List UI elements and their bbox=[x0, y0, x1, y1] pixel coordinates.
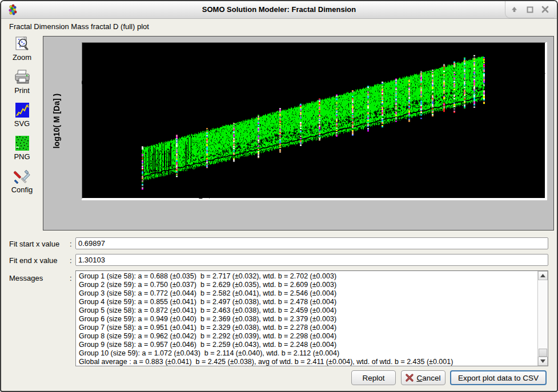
maximize-window-button[interactable] bbox=[525, 5, 534, 14]
svg-label: SVG bbox=[1, 119, 43, 128]
png-file-icon bbox=[14, 135, 31, 151]
fit-end-colon: : bbox=[70, 256, 72, 265]
fit-start-label: Fit start x value bbox=[9, 240, 59, 248]
export-csv-button[interactable]: Export plot data to CSV bbox=[450, 370, 547, 385]
replot-button[interactable]: Replot bbox=[351, 370, 396, 385]
replot-label: Replot bbox=[362, 374, 384, 382]
message-line: Group 10 (size 59): a = 1.072 (±0.043) b… bbox=[79, 349, 536, 358]
somo-fractal-dimension-window: SOMO Solution Modeler: Fractal Dimension… bbox=[0, 0, 558, 392]
print-icon bbox=[14, 69, 31, 85]
close-window-button[interactable] bbox=[541, 5, 549, 14]
fit-start-colon: : bbox=[70, 240, 72, 248]
zoom-icon bbox=[14, 36, 31, 52]
messages-box[interactable]: Group 1 (size 58): a = 0.688 (±0.035) b … bbox=[75, 270, 548, 366]
arrow-up-icon bbox=[511, 6, 518, 13]
shade-window-button[interactable] bbox=[510, 5, 519, 14]
window-title: SOMO Solution Modeler: Fractal Dimension bbox=[1, 1, 557, 18]
message-line: Group 3 (size 58): a = 0.772 (±0.044) b … bbox=[79, 289, 536, 298]
message-line: Group 5 (size 58): a = 0.872 (±0.041) b … bbox=[79, 306, 536, 315]
png-export-button[interactable]: PNG bbox=[1, 135, 43, 161]
png-label: PNG bbox=[1, 152, 43, 161]
plot-caption: Fractal Dimension Mass fractal D (full) … bbox=[9, 22, 149, 31]
zoom-label: Zoom bbox=[1, 53, 43, 62]
title-bar: SOMO Solution Modeler: Fractal Dimension bbox=[1, 1, 557, 19]
messages-text: Group 1 (size 58): a = 0.688 (±0.035) b … bbox=[79, 272, 536, 366]
message-line: Group 7 (size 58): a = 0.951 (±0.041) b … bbox=[79, 324, 536, 332]
svg-file-icon bbox=[14, 102, 31, 118]
triangle-up-icon bbox=[540, 274, 545, 277]
message-line: Group 4 (size 59): a = 0.855 (±0.041) b … bbox=[79, 298, 536, 306]
plot-canvas[interactable] bbox=[43, 37, 553, 230]
window-controls bbox=[505, 1, 554, 18]
scroll-up-button[interactable] bbox=[538, 271, 548, 280]
message-line: Global average : a = 0.883 (±0.041) b = … bbox=[79, 358, 536, 366]
config-button[interactable]: Config bbox=[1, 168, 43, 194]
cancel-button[interactable]: Cancel bbox=[401, 370, 445, 385]
message-line: Group 9 (size 58): a = 0.957 (±0.046) b … bbox=[79, 341, 536, 349]
config-label: Config bbox=[1, 185, 43, 194]
config-tools-icon bbox=[14, 168, 31, 184]
zoom-button[interactable]: Zoom bbox=[1, 36, 43, 62]
triangle-down-icon bbox=[540, 359, 545, 363]
message-line: Group 6 (size 59): a = 0.949 (±0.040) b … bbox=[79, 315, 536, 324]
messages-label: Messages bbox=[9, 274, 43, 282]
scroll-down-button[interactable] bbox=[538, 357, 548, 366]
print-button[interactable]: Print bbox=[1, 69, 43, 95]
cancel-x-icon bbox=[406, 374, 414, 382]
messages-colon: : bbox=[70, 274, 72, 282]
scrollbar-thumb[interactable] bbox=[539, 349, 547, 357]
message-line: Group 2 (size 59): a = 0.750 (±0.037) b … bbox=[79, 281, 536, 289]
cancel-label: Cancel bbox=[416, 374, 440, 382]
fit-end-input[interactable] bbox=[75, 254, 548, 266]
fractal-dimension-plot[interactable] bbox=[43, 36, 554, 231]
plot-toolbar: Zoom Print SVG bbox=[1, 36, 43, 201]
fit-end-label: Fit end x value bbox=[9, 256, 58, 265]
svg-export-button[interactable]: SVG bbox=[1, 102, 43, 128]
print-label: Print bbox=[1, 86, 43, 95]
message-line: Group 8 (size 59): a = 0.962 (±0.042) b … bbox=[79, 332, 536, 341]
maximize-icon bbox=[527, 6, 533, 13]
close-icon bbox=[541, 6, 549, 13]
export-csv-label: Export plot data to CSV bbox=[458, 374, 539, 382]
messages-scrollbar[interactable] bbox=[537, 271, 548, 366]
fit-start-input[interactable] bbox=[75, 237, 548, 249]
message-line: Group 1 (size 58): a = 0.688 (±0.035) b … bbox=[79, 272, 536, 281]
